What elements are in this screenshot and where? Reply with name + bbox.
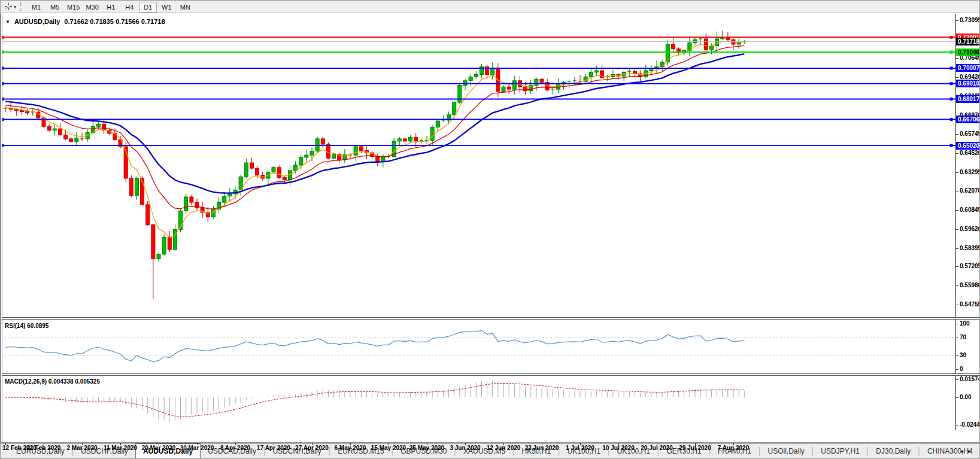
price-tick: [955, 305, 958, 305]
bullish-candle: [693, 39, 697, 42]
tab-scroll-right-icon[interactable]: ▸: [968, 448, 976, 454]
line-handle[interactable]: [950, 118, 953, 121]
bullish-candle: [594, 71, 598, 72]
line-handle[interactable]: [950, 144, 953, 147]
time-tick-label: 21 Feb 2020: [27, 445, 61, 451]
chart-tab-usdjpy-h1[interactable]: USDJPY,H1: [814, 445, 866, 458]
bullish-candle: [502, 87, 505, 92]
bearish-candle: [14, 110, 18, 111]
price-level-badge: 0.69010: [956, 80, 980, 87]
bullish-candle: [458, 86, 462, 102]
panel-divider[interactable]: [1, 317, 980, 320]
rsi-tick: [955, 338, 958, 338]
line-handle[interactable]: [950, 51, 953, 54]
ohlc-values: 0.71662 0.71835 0.71566 0.71718: [64, 18, 165, 25]
time-tick-label: 27 Apr 2020: [295, 445, 329, 451]
bullish-candle: [211, 209, 215, 217]
rsi-panel[interactable]: [1, 320, 955, 373]
time-axis-line: [1, 443, 980, 443]
line-handle[interactable]: [950, 36, 953, 39]
bullish-candle: [709, 46, 713, 50]
timeframe-button-m1[interactable]: M1: [28, 2, 45, 13]
bearish-candle: [359, 147, 363, 150]
crosshair-icon[interactable]: [3, 2, 14, 11]
symbol-period-label: AUDUSD,Daily: [14, 18, 60, 25]
timeframe-button-h1[interactable]: H1: [102, 2, 120, 13]
bearish-candle: [146, 205, 150, 225]
tab-scroll-left-icon[interactable]: ◂: [960, 448, 968, 454]
time-tick-label: 17 Apr 2020: [257, 445, 290, 451]
mt4-window: ▾ M1M5M15M30H1H4D1W1MN ▼ AUDUSD,Daily 0.…: [0, 0, 980, 459]
time-tick-label: 20 Jul 2020: [641, 445, 672, 451]
price-tick-label: 0.57205: [960, 263, 980, 269]
price-tick-label: 0.62070: [960, 187, 980, 194]
chart-window[interactable]: ▼ AUDUSD,Daily 0.71662 0.71835 0.71566 0…: [1, 14, 980, 442]
bullish-candle: [299, 157, 303, 165]
bullish-candle: [184, 197, 188, 211]
chart-tab-dj30-daily[interactable]: DJ30,Daily: [869, 445, 918, 458]
bullish-candle: [135, 178, 138, 195]
price-tick-label: 0.59620: [960, 226, 980, 232]
time-tick-label: 20 Mar 2020: [142, 445, 176, 451]
rsi-line: [5, 331, 744, 362]
panel-divider[interactable]: [1, 373, 980, 376]
macd-signal-line: [5, 384, 744, 417]
bearish-candle: [414, 137, 418, 141]
bullish-candle: [409, 137, 412, 141]
bullish-candle: [469, 77, 472, 80]
price-chart[interactable]: [1, 14, 955, 317]
timeframe-button-h4[interactable]: H4: [121, 2, 138, 13]
macd-tick-label: 0.015741: [960, 376, 980, 382]
time-tick-label: 25 May 2020: [409, 445, 444, 451]
price-tick: [955, 266, 958, 267]
bullish-candle: [75, 138, 78, 142]
macd-tick: [955, 379, 958, 380]
chart-tab-usoil-daily[interactable]: USOil,Daily: [761, 445, 812, 458]
timeframe-button-m15[interactable]: M15: [65, 2, 82, 13]
bearish-candle: [277, 168, 281, 178]
rsi-tick: [955, 369, 958, 370]
rsi-tick-label: 0: [960, 366, 963, 372]
time-tick-label: 30 Mar 2020: [180, 445, 214, 451]
price-tick-label: 0.73095: [960, 17, 980, 23]
bullish-candle: [512, 81, 516, 89]
bearish-candle: [190, 197, 193, 202]
timeframe-button-w1[interactable]: W1: [158, 2, 175, 13]
bullish-candle: [491, 68, 494, 74]
bullish-candle: [228, 194, 232, 196]
price-tick: [955, 229, 958, 230]
macd-panel[interactable]: [1, 376, 955, 430]
bullish-candle: [381, 157, 385, 162]
rsi-tick: [955, 355, 958, 356]
bullish-candle: [223, 196, 226, 202]
bearish-candle: [704, 39, 708, 50]
macd-tick-label: 0.00: [960, 394, 971, 400]
bullish-candle: [715, 39, 719, 46]
bullish-candle: [354, 147, 357, 155]
bullish-candle: [436, 121, 439, 127]
bullish-candle: [162, 237, 166, 254]
chart-menu-arrow[interactable]: ▼: [5, 19, 10, 25]
timeframe-button-m5[interactable]: M5: [46, 2, 63, 13]
line-handle[interactable]: [950, 98, 953, 101]
bullish-candle: [398, 139, 401, 141]
timeframe-button-m30[interactable]: M30: [83, 2, 101, 13]
bullish-candle: [737, 42, 741, 44]
line-handle[interactable]: [950, 66, 953, 69]
price-tick: [955, 191, 958, 191]
bearish-candle: [20, 111, 23, 112]
bearish-candle: [321, 139, 324, 144]
timeframe-button-d1[interactable]: D1: [139, 2, 157, 13]
price-tick: [955, 248, 958, 249]
price-level-badge: 0.65020: [956, 142, 980, 150]
bearish-candle: [47, 126, 51, 130]
bullish-candle: [556, 84, 560, 89]
price-tick-label: 0.58395: [960, 245, 980, 251]
chevron-down-icon[interactable]: ▾: [14, 4, 16, 10]
rsi-tick: [955, 324, 958, 324]
timeframe-button-mn[interactable]: MN: [177, 2, 194, 13]
macd-tick: [955, 397, 958, 398]
price-tick: [955, 210, 958, 211]
rsi-label: RSI(14) 60.0895: [5, 323, 48, 329]
line-handle[interactable]: [950, 82, 953, 85]
